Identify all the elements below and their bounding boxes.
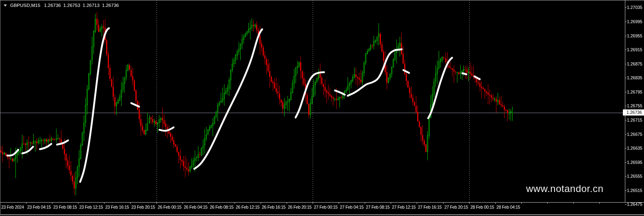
- time-axis-label: 27 Feb 04:15: [340, 205, 363, 209]
- time-axis-label: 27 Feb 00:15: [314, 205, 337, 209]
- time-axis-label: 27 Feb 20:15: [444, 205, 468, 209]
- time-axis-label: 23 Feb 16:15: [105, 205, 129, 209]
- time-axis-label: 23 Feb 08:15: [53, 205, 77, 209]
- time-axis-label: 26 Feb 12:15: [236, 205, 259, 209]
- time-axis-label: 26 Feb 08:15: [210, 205, 233, 209]
- price-axis-label: 1.26515: [627, 188, 642, 193]
- symbol-timeframe-label: GBPUSD,M15: [10, 3, 40, 8]
- current-price-value: 1.26736: [627, 110, 642, 115]
- current-price-box: 1.26736: [623, 109, 644, 116]
- price-axis-label: 1.26995: [627, 19, 642, 24]
- time-axis-label: 27 Feb 08:15: [366, 205, 389, 209]
- time-axis-label: 23 Feb 20:15: [131, 205, 155, 209]
- symbol-dropdown-icon[interactable]: [4, 4, 7, 7]
- price-axis-label: 1.26915: [627, 47, 642, 52]
- price-axis-label: 1.26675: [627, 132, 642, 137]
- time-axis-label: 28 Feb 04:15: [496, 205, 520, 209]
- time-axis-label: 26 Feb 04:15: [184, 205, 207, 209]
- price-axis-label: 1.26555: [627, 174, 642, 179]
- time-axis-label: 23 Feb 04:15: [27, 205, 51, 209]
- price-axis-label: 1.26875: [627, 61, 642, 66]
- time-axis-label: 26 Feb 16:15: [262, 205, 285, 209]
- price-axis-label: 1.26595: [627, 160, 642, 165]
- window-top-border: [0, 0, 644, 0]
- price-axis-label: 1.26635: [627, 146, 642, 151]
- time-axis-label: 23 Feb 12:15: [79, 205, 103, 209]
- time-axis-label: 26 Feb 20:15: [288, 205, 311, 209]
- ohlc-high-value: 1.26753: [63, 3, 80, 8]
- time-axis-label: 23 Feb 2024: [1, 205, 24, 209]
- price-axis-label: 1.26755: [627, 103, 642, 108]
- watermark-text: www.notandor.cn: [526, 183, 603, 194]
- window-bottom-border: [0, 214, 644, 215]
- chart-header: GBPUSD,M15 1.26736 1.26753 1.26713 1.267…: [3, 2, 121, 8]
- mt4-chart-window: GBPUSD,M15 1.26736 1.26753 1.26713 1.267…: [0, 0, 644, 216]
- time-axis-label: 26 Feb 00:15: [158, 205, 181, 209]
- ohlc-open-value: 1.26736: [44, 3, 61, 8]
- price-axis-label: 1.26955: [627, 33, 642, 38]
- price-axis-label: 1.26835: [627, 75, 642, 80]
- price-axis-label: 1.26795: [627, 89, 642, 94]
- ohlc-low-value: 1.26713: [83, 3, 100, 8]
- ohlc-close-value: 1.26736: [102, 3, 119, 8]
- price-axis-label: 1.27035: [627, 5, 642, 10]
- time-axis-label: 27 Feb 16:15: [418, 205, 442, 209]
- time-axis-label: 27 Feb 12:15: [392, 205, 416, 209]
- time-axis-label: 28 Feb 00:15: [470, 205, 494, 209]
- window-left-border: [0, 0, 0, 214]
- price-axis-label: 1.26715: [627, 118, 642, 122]
- price-axis-label: 1.26475: [627, 202, 642, 207]
